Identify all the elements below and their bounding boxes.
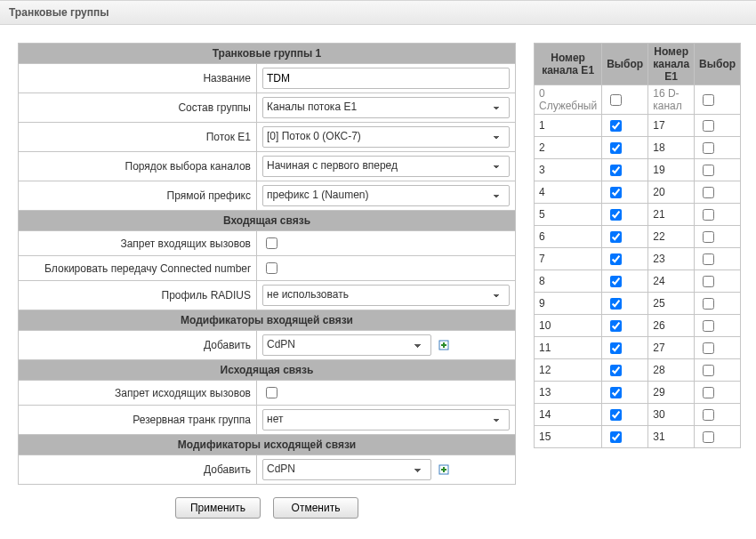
prefix-select[interactable]: префикс 1 (Naumen) xyxy=(262,185,510,206)
cancel-button[interactable]: Отменить xyxy=(273,497,358,519)
label-stream: Поток E1 xyxy=(19,123,257,152)
channel-num: 12 xyxy=(535,359,602,382)
channel-num: 23 xyxy=(648,248,695,270)
channel-num: 5 xyxy=(535,204,602,226)
channel-checkbox[interactable] xyxy=(610,298,622,310)
channel-row: 1531 xyxy=(535,426,741,448)
channel-row: 521 xyxy=(535,204,741,226)
apply-button[interactable]: Применить xyxy=(175,497,261,519)
radius-select[interactable]: не использовать xyxy=(262,285,510,306)
channel-checkbox[interactable] xyxy=(610,431,622,443)
channel-row: 1026 xyxy=(535,315,741,337)
label-group: Состав группы xyxy=(19,93,257,123)
channel-num: 0 Служебный xyxy=(535,85,602,115)
channel-checkbox[interactable] xyxy=(703,409,714,421)
label-add-in: Добавить xyxy=(19,331,257,360)
trunk-form-table: Транковые группы 1 Название Состав групп… xyxy=(18,43,516,485)
col-sel-right: Выбор xyxy=(695,44,741,85)
channel-checkbox[interactable] xyxy=(610,253,622,265)
name-input[interactable] xyxy=(262,68,510,89)
channel-checkbox[interactable] xyxy=(610,120,622,132)
channel-num: 1 xyxy=(535,115,602,137)
channel-num: 13 xyxy=(535,382,602,404)
channel-num: 4 xyxy=(535,181,602,204)
group-select[interactable]: Каналы потока E1 xyxy=(262,97,510,118)
channel-row: 218 xyxy=(535,137,741,159)
deny-in-checkbox[interactable] xyxy=(266,237,277,249)
channel-row: 824 xyxy=(535,270,741,293)
channel-num: 19 xyxy=(648,159,695,181)
channel-num: 27 xyxy=(648,337,695,359)
channel-checkbox[interactable] xyxy=(703,120,714,132)
channel-checkbox[interactable] xyxy=(703,253,714,265)
channel-row: 925 xyxy=(535,293,741,315)
stream-select[interactable]: [0] Поток 0 (ОКС-7) xyxy=(262,126,510,148)
channel-row: 1430 xyxy=(535,404,741,426)
channel-checkbox[interactable] xyxy=(703,276,714,287)
label-block-conn: Блокировать передачу Connected number xyxy=(19,256,257,281)
channel-checkbox[interactable] xyxy=(610,365,622,376)
channel-row: 1329 xyxy=(535,382,741,404)
channel-checkbox[interactable] xyxy=(610,165,622,176)
channel-checkbox[interactable] xyxy=(703,387,714,398)
reserve-select[interactable]: нет xyxy=(262,409,510,430)
channel-row: 1127 xyxy=(535,337,741,359)
incoming-header: Входящая связь xyxy=(19,211,516,231)
channel-checkbox[interactable] xyxy=(610,187,622,198)
channel-checkbox[interactable] xyxy=(703,165,714,176)
channel-checkbox[interactable] xyxy=(610,409,622,421)
col-sel-left: Выбор xyxy=(602,44,648,85)
channel-num: 29 xyxy=(648,382,695,404)
label-radius: Профиль RADIUS xyxy=(19,281,257,310)
channel-num: 24 xyxy=(648,270,695,293)
add-in-icon[interactable] xyxy=(437,338,451,352)
outgoing-header: Исходящая связь xyxy=(19,360,516,381)
channel-checkbox[interactable] xyxy=(703,431,714,443)
channel-num: 7 xyxy=(535,248,602,270)
channel-checkbox[interactable] xyxy=(610,209,622,221)
deny-out-checkbox[interactable] xyxy=(266,387,277,398)
channel-num: 26 xyxy=(648,315,695,337)
channel-checkbox[interactable] xyxy=(703,342,714,354)
col-num-right: Номер канала E1 xyxy=(648,44,695,85)
channel-checkbox[interactable] xyxy=(610,387,622,398)
channel-checkbox[interactable] xyxy=(703,298,714,310)
channel-checkbox[interactable] xyxy=(610,231,622,243)
channel-checkbox[interactable] xyxy=(703,365,714,376)
form-header: Транковые группы 1 xyxy=(19,44,516,64)
channel-row: 0 Служебный16 D-канал xyxy=(535,85,741,115)
label-name: Название xyxy=(19,64,257,93)
channel-checkbox[interactable] xyxy=(703,142,714,154)
channel-num: 31 xyxy=(648,426,695,448)
channel-num: 15 xyxy=(535,426,602,448)
channel-num: 25 xyxy=(648,293,695,315)
label-add-out: Добавить xyxy=(19,455,257,485)
channel-row: 319 xyxy=(535,159,741,181)
channel-checkbox[interactable] xyxy=(703,209,714,221)
channel-checkbox[interactable] xyxy=(610,276,622,287)
channel-num: 28 xyxy=(648,359,695,382)
order-select[interactable]: Начиная с первого вперед xyxy=(262,156,510,177)
channel-checkbox[interactable] xyxy=(610,320,622,332)
add-out-select[interactable]: CdPN xyxy=(262,459,431,480)
channel-checkbox[interactable] xyxy=(610,142,622,154)
label-deny-in: Запрет входящих вызовов xyxy=(19,231,257,256)
add-out-icon[interactable] xyxy=(437,463,451,477)
channel-num: 14 xyxy=(535,404,602,426)
label-order: Порядок выбора каналов xyxy=(19,152,257,181)
channel-checkbox[interactable] xyxy=(703,320,714,332)
label-reserve: Резервная транк группа xyxy=(19,406,257,435)
channel-checkbox xyxy=(610,94,622,106)
channel-row: 117 xyxy=(535,115,741,137)
channel-num: 3 xyxy=(535,159,602,181)
in-mods-header: Модификаторы входящей связи xyxy=(19,310,516,331)
channel-checkbox[interactable] xyxy=(703,187,714,198)
channel-num: 6 xyxy=(535,226,602,248)
channel-checkbox[interactable] xyxy=(610,342,622,354)
channel-checkbox[interactable] xyxy=(703,231,714,243)
channel-num: 16 D-канал xyxy=(648,85,695,115)
block-conn-checkbox[interactable] xyxy=(266,262,277,274)
channel-num: 22 xyxy=(648,226,695,248)
page-title: Транковые группы xyxy=(0,0,756,25)
add-in-select[interactable]: CdPN xyxy=(262,334,431,356)
